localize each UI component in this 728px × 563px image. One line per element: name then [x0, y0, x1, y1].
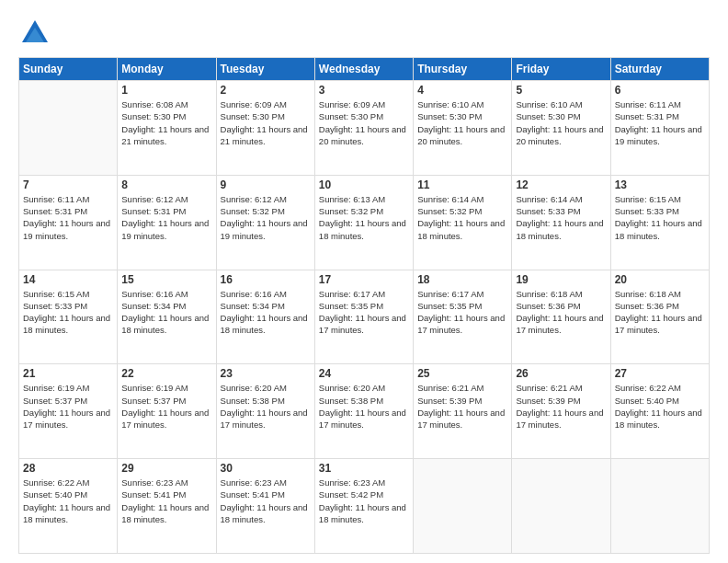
daylight: Daylight: 11 hours and 17 minutes. [319, 408, 406, 430]
sunrise: Sunrise: 6:09 AM [221, 99, 287, 109]
day-number: 22 [121, 367, 211, 380]
sunset: Sunset: 5:35 PM [319, 301, 383, 311]
calendar-cell: 25Sunrise: 6:21 AMSunset: 5:39 PMDayligh… [414, 364, 512, 459]
weekday-header-wednesday: Wednesday [314, 58, 413, 81]
sunset: Sunset: 5:31 PM [615, 111, 679, 121]
calendar-cell [610, 459, 709, 554]
weekday-header-saturday: Saturday [610, 58, 709, 81]
sunset: Sunset: 5:30 PM [121, 111, 186, 121]
week-row-1: 1Sunrise: 6:08 AMSunset: 5:30 PMDaylight… [19, 81, 710, 176]
sunset: Sunset: 5:31 PM [23, 206, 87, 216]
day-number: 2 [221, 84, 311, 97]
weekday-header-tuesday: Tuesday [216, 58, 314, 81]
daylight: Daylight: 11 hours and 17 minutes. [615, 313, 702, 335]
daylight: Daylight: 11 hours and 17 minutes. [23, 408, 110, 430]
sunrise: Sunrise: 6:15 AM [615, 194, 681, 204]
day-info: Sunrise: 6:09 AMSunset: 5:30 PMDaylight:… [319, 98, 409, 147]
sunrise: Sunrise: 6:23 AM [319, 477, 385, 488]
day-info: Sunrise: 6:12 AMSunset: 5:32 PMDaylight:… [221, 193, 311, 242]
day-number: 7 [23, 178, 113, 191]
day-info: Sunrise: 6:12 AMSunset: 5:31 PMDaylight:… [121, 193, 211, 242]
week-row-3: 14Sunrise: 6:15 AMSunset: 5:33 PMDayligh… [19, 270, 710, 364]
calendar-cell: 15Sunrise: 6:16 AMSunset: 5:34 PMDayligh… [118, 270, 216, 364]
sunset: Sunset: 5:30 PM [221, 111, 285, 121]
day-info: Sunrise: 6:22 AMSunset: 5:40 PMDaylight:… [615, 382, 705, 431]
daylight: Daylight: 11 hours and 20 minutes. [417, 124, 505, 146]
sunset: Sunset: 5:30 PM [516, 111, 580, 121]
day-info: Sunrise: 6:08 AMSunset: 5:30 PMDaylight:… [121, 98, 211, 147]
daylight: Daylight: 11 hours and 18 minutes. [23, 502, 110, 524]
daylight: Daylight: 11 hours and 18 minutes. [23, 313, 110, 335]
day-number: 27 [615, 367, 705, 380]
sunrise: Sunrise: 6:13 AM [319, 194, 385, 204]
sunset: Sunset: 5:33 PM [615, 206, 679, 216]
calendar-cell: 9Sunrise: 6:12 AMSunset: 5:32 PMDaylight… [216, 175, 314, 270]
day-number: 20 [615, 273, 705, 286]
daylight: Daylight: 11 hours and 17 minutes. [516, 313, 603, 335]
day-info: Sunrise: 6:09 AMSunset: 5:30 PMDaylight:… [221, 98, 311, 147]
weekday-header-thursday: Thursday [414, 58, 512, 81]
daylight: Daylight: 11 hours and 19 minutes. [615, 124, 702, 146]
daylight: Daylight: 11 hours and 20 minutes. [319, 124, 406, 146]
sunset: Sunset: 5:34 PM [121, 301, 186, 311]
sunset: Sunset: 5:30 PM [319, 111, 383, 121]
sunrise: Sunrise: 6:16 AM [221, 289, 287, 299]
daylight: Daylight: 11 hours and 17 minutes. [516, 408, 603, 430]
calendar-cell: 8Sunrise: 6:12 AMSunset: 5:31 PMDaylight… [118, 175, 216, 270]
sunrise: Sunrise: 6:21 AM [417, 383, 483, 393]
logo [18, 17, 55, 50]
day-number: 6 [615, 84, 705, 97]
weekday-header-sunday: Sunday [19, 58, 118, 81]
sunrise: Sunrise: 6:11 AM [615, 99, 681, 109]
day-number: 21 [23, 367, 113, 380]
sunrise: Sunrise: 6:12 AM [121, 194, 188, 204]
day-number: 8 [121, 178, 211, 191]
calendar-cell: 31Sunrise: 6:23 AMSunset: 5:42 PMDayligh… [314, 459, 413, 554]
daylight: Daylight: 11 hours and 18 minutes. [121, 502, 209, 524]
calendar-cell: 17Sunrise: 6:17 AMSunset: 5:35 PMDayligh… [314, 270, 413, 364]
calendar-cell: 19Sunrise: 6:18 AMSunset: 5:36 PMDayligh… [512, 270, 610, 364]
day-info: Sunrise: 6:14 AMSunset: 5:33 PMDaylight:… [516, 193, 606, 242]
week-row-4: 21Sunrise: 6:19 AMSunset: 5:37 PMDayligh… [19, 364, 710, 459]
daylight: Daylight: 11 hours and 19 minutes. [121, 218, 209, 240]
calendar-cell: 7Sunrise: 6:11 AMSunset: 5:31 PMDaylight… [19, 175, 118, 270]
sunset: Sunset: 5:33 PM [23, 301, 87, 311]
calendar-body: 1Sunrise: 6:08 AMSunset: 5:30 PMDaylight… [19, 81, 710, 554]
calendar-cell: 30Sunrise: 6:23 AMSunset: 5:41 PMDayligh… [216, 459, 314, 554]
sunrise: Sunrise: 6:12 AM [221, 194, 287, 204]
sunset: Sunset: 5:39 PM [417, 396, 482, 406]
sunset: Sunset: 5:30 PM [417, 111, 482, 121]
calendar-cell: 27Sunrise: 6:22 AMSunset: 5:40 PMDayligh… [610, 364, 709, 459]
calendar-cell: 24Sunrise: 6:20 AMSunset: 5:38 PMDayligh… [314, 364, 413, 459]
calendar-cell: 22Sunrise: 6:19 AMSunset: 5:37 PMDayligh… [118, 364, 216, 459]
sunset: Sunset: 5:37 PM [121, 396, 186, 406]
week-row-2: 7Sunrise: 6:11 AMSunset: 5:31 PMDaylight… [19, 175, 710, 270]
sunrise: Sunrise: 6:19 AM [23, 383, 89, 393]
day-info: Sunrise: 6:19 AMSunset: 5:37 PMDaylight:… [23, 382, 113, 431]
day-number: 5 [516, 84, 606, 97]
sunrise: Sunrise: 6:14 AM [516, 194, 582, 204]
daylight: Daylight: 11 hours and 18 minutes. [417, 218, 505, 240]
day-info: Sunrise: 6:20 AMSunset: 5:38 PMDaylight:… [319, 382, 409, 431]
daylight: Daylight: 11 hours and 20 minutes. [516, 124, 603, 146]
sunset: Sunset: 5:32 PM [319, 206, 383, 216]
day-number: 19 [516, 273, 606, 286]
calendar-cell: 10Sunrise: 6:13 AMSunset: 5:32 PMDayligh… [314, 175, 413, 270]
day-number: 10 [319, 178, 409, 191]
sunrise: Sunrise: 6:22 AM [23, 477, 89, 488]
sunset: Sunset: 5:32 PM [417, 206, 482, 216]
day-info: Sunrise: 6:13 AMSunset: 5:32 PMDaylight:… [319, 193, 409, 242]
daylight: Daylight: 11 hours and 17 minutes. [417, 313, 505, 335]
sunrise: Sunrise: 6:08 AM [121, 99, 188, 109]
page: SundayMondayTuesdayWednesdayThursdayFrid… [0, 0, 728, 563]
day-number: 18 [417, 273, 507, 286]
calendar-cell: 23Sunrise: 6:20 AMSunset: 5:38 PMDayligh… [216, 364, 314, 459]
day-info: Sunrise: 6:11 AMSunset: 5:31 PMDaylight:… [615, 98, 705, 147]
sunset: Sunset: 5:36 PM [615, 301, 679, 311]
weekday-header-row: SundayMondayTuesdayWednesdayThursdayFrid… [19, 58, 710, 81]
daylight: Daylight: 11 hours and 17 minutes. [221, 408, 308, 430]
day-info: Sunrise: 6:22 AMSunset: 5:40 PMDaylight:… [23, 477, 113, 525]
day-number: 15 [121, 273, 211, 286]
day-info: Sunrise: 6:23 AMSunset: 5:41 PMDaylight:… [221, 477, 311, 525]
day-info: Sunrise: 6:21 AMSunset: 5:39 PMDaylight:… [417, 382, 507, 431]
